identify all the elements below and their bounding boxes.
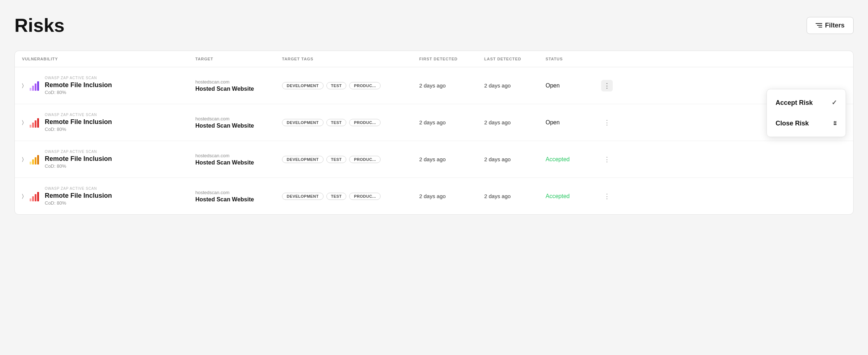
- vuln-name-1: Remote File Inclusion: [45, 81, 112, 89]
- risks-table: VULNERABILITY TARGET TARGET TAGS FIRST D…: [14, 51, 854, 215]
- tag-development-4: DEVELOPMENT: [282, 193, 324, 200]
- col-last-detected: LAST DETECTED: [484, 57, 546, 61]
- cell-status-4: Accepted: [546, 193, 596, 200]
- table-header: VULNERABILITY TARGET TARGET TAGS FIRST D…: [15, 51, 853, 67]
- cell-last-detected-3: 2 days ago: [484, 156, 546, 162]
- filters-icon: [816, 23, 822, 27]
- cell-actions-2: ⋮: [596, 117, 618, 128]
- filters-button[interactable]: Filters: [807, 17, 854, 34]
- col-target-tags: TARGET TAGS: [282, 57, 419, 61]
- vuln-cod-1: CoD: 80%: [45, 90, 112, 95]
- cell-actions-1: ⋮: [596, 80, 618, 91]
- cell-status-1: Open: [546, 82, 596, 89]
- cell-target-2: hostedscan.com Hosted Scan Website: [195, 116, 282, 129]
- tag-produc-1: PRODUC...: [349, 82, 381, 89]
- tag-development-2: DEVELOPMENT: [282, 119, 324, 126]
- circle-x-icon: ⩰: [834, 120, 837, 127]
- cell-last-detected-2: 2 days ago: [484, 119, 546, 125]
- cell-status-3: Accepted: [546, 156, 596, 163]
- cell-vulnerability-3: 〉 OWASP ZAP ACTIVE SCAN Remote File Incl…: [22, 150, 195, 169]
- more-button-3[interactable]: ⋮: [601, 154, 613, 165]
- cell-first-detected-4: 2 days ago: [419, 193, 484, 199]
- more-button-1[interactable]: ⋮: [601, 80, 613, 91]
- severity-icon-3: [30, 154, 39, 164]
- cell-target-1: hostedscan.com Hosted Scan Website: [195, 79, 282, 92]
- page-header: Risks Filters: [14, 14, 854, 36]
- vuln-name-3: Remote File Inclusion: [45, 155, 112, 163]
- severity-icon-1: [30, 81, 39, 91]
- tag-produc-3: PRODUC...: [349, 156, 381, 163]
- table-row: 〉 OWASP ZAP ACTIVE SCAN Remote File Incl…: [15, 104, 853, 141]
- close-risk-option[interactable]: Close Risk ⩰: [767, 113, 846, 134]
- cell-target-4: hostedscan.com Hosted Scan Website: [195, 190, 282, 203]
- expand-arrow-3[interactable]: 〉: [22, 156, 24, 162]
- table-row: 〉 OWASP ZAP ACTIVE SCAN Remote File Incl…: [15, 178, 853, 214]
- scanner-label-3: OWASP ZAP ACTIVE SCAN: [45, 150, 112, 154]
- expand-arrow-1[interactable]: 〉: [22, 82, 24, 89]
- cell-vulnerability-2: 〉 OWASP ZAP ACTIVE SCAN Remote File Incl…: [22, 113, 195, 132]
- checkmark-icon: ✓: [832, 99, 837, 107]
- col-first-detected: FIRST DETECTED: [419, 57, 484, 61]
- more-button-2[interactable]: ⋮: [601, 117, 613, 128]
- accept-risk-option[interactable]: Accept Risk ✓: [767, 92, 846, 113]
- tag-test-4: TEST: [326, 193, 347, 200]
- cell-first-detected-3: 2 days ago: [419, 156, 484, 162]
- table-row: 〉 OWASP ZAP ACTIVE SCAN Remote File Incl…: [15, 67, 853, 104]
- dropdown-menu-1: Accept Risk ✓ Close Risk ⩰: [767, 89, 846, 137]
- accept-risk-label: Accept Risk: [776, 99, 813, 107]
- vuln-cod-3: CoD: 80%: [45, 163, 112, 169]
- scanner-label-4: OWASP ZAP ACTIVE SCAN: [45, 187, 112, 191]
- tag-development-1: DEVELOPMENT: [282, 82, 324, 89]
- cell-vulnerability-1: 〉 OWASP ZAP ACTIVE SCAN Remote File Incl…: [22, 76, 195, 95]
- target-domain-3: hostedscan.com: [195, 153, 282, 158]
- cell-actions-4: ⋮: [596, 191, 618, 202]
- target-name-3: Hosted Scan Website: [195, 159, 282, 166]
- col-actions: [596, 57, 618, 61]
- cell-first-detected-2: 2 days ago: [419, 119, 484, 125]
- vuln-cod-4: CoD: 80%: [45, 200, 112, 206]
- table-row: 〉 OWASP ZAP ACTIVE SCAN Remote File Incl…: [15, 141, 853, 178]
- cell-tags-4: DEVELOPMENT TEST PRODUC...: [282, 193, 419, 200]
- tag-test-3: TEST: [326, 156, 347, 163]
- cell-status-2: Open: [546, 119, 596, 126]
- target-domain-1: hostedscan.com: [195, 79, 282, 85]
- cell-vulnerability-4: 〉 OWASP ZAP ACTIVE SCAN Remote File Incl…: [22, 187, 195, 206]
- cell-actions-3: ⋮: [596, 154, 618, 165]
- severity-icon-2: [30, 117, 39, 128]
- vuln-cod-2: CoD: 80%: [45, 127, 112, 132]
- col-status: STATUS: [546, 57, 596, 61]
- scanner-label-2: OWASP ZAP ACTIVE SCAN: [45, 113, 112, 117]
- target-name-2: Hosted Scan Website: [195, 123, 282, 129]
- tag-test-1: TEST: [326, 82, 347, 89]
- col-target: TARGET: [195, 57, 282, 61]
- close-risk-label: Close Risk: [776, 120, 809, 127]
- vuln-name-2: Remote File Inclusion: [45, 118, 112, 126]
- col-vulnerability: VULNERABILITY: [22, 57, 195, 61]
- page-title: Risks: [14, 14, 65, 36]
- cell-tags-2: DEVELOPMENT TEST PRODUC...: [282, 119, 419, 126]
- target-domain-2: hostedscan.com: [195, 116, 282, 121]
- vuln-name-4: Remote File Inclusion: [45, 192, 112, 200]
- cell-last-detected-1: 2 days ago: [484, 82, 546, 89]
- tag-test-2: TEST: [326, 119, 347, 126]
- cell-tags-1: DEVELOPMENT TEST PRODUC...: [282, 82, 419, 89]
- cell-last-detected-4: 2 days ago: [484, 193, 546, 199]
- target-name-4: Hosted Scan Website: [195, 196, 282, 203]
- scanner-label-1: OWASP ZAP ACTIVE SCAN: [45, 76, 112, 80]
- cell-first-detected-1: 2 days ago: [419, 82, 484, 89]
- cell-target-3: hostedscan.com Hosted Scan Website: [195, 153, 282, 166]
- target-name-1: Hosted Scan Website: [195, 86, 282, 92]
- tag-produc-4: PRODUC...: [349, 193, 381, 200]
- expand-arrow-2[interactable]: 〉: [22, 119, 24, 125]
- target-domain-4: hostedscan.com: [195, 190, 282, 195]
- filters-label: Filters: [825, 22, 845, 29]
- cell-tags-3: DEVELOPMENT TEST PRODUC...: [282, 156, 419, 163]
- severity-icon-4: [30, 191, 39, 201]
- tag-produc-2: PRODUC...: [349, 119, 381, 126]
- tag-development-3: DEVELOPMENT: [282, 156, 324, 163]
- expand-arrow-4[interactable]: 〉: [22, 193, 24, 199]
- more-button-4[interactable]: ⋮: [601, 191, 613, 202]
